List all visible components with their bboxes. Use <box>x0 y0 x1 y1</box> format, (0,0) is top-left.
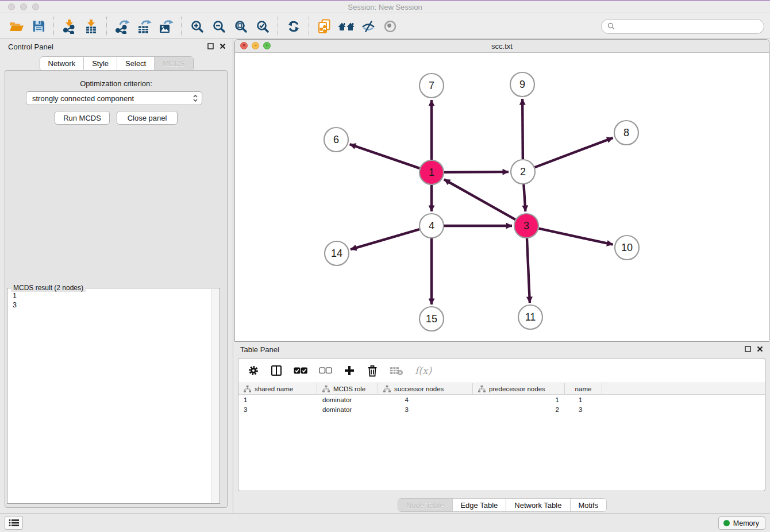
task-history-button[interactable] <box>5 516 23 530</box>
close-panel-button[interactable]: Close panel <box>117 111 178 125</box>
network-graph[interactable]: 7968124314101511 <box>236 53 769 342</box>
tab-network[interactable]: Network <box>40 57 83 71</box>
graph-node-11[interactable]: 11 <box>518 305 542 329</box>
search-input[interactable] <box>618 21 758 31</box>
graph-edge-3-11[interactable] <box>527 238 530 303</box>
graph-node-2[interactable]: 2 <box>511 160 535 184</box>
table-settings-icon[interactable] <box>248 365 259 376</box>
export-network-button[interactable] <box>111 17 133 36</box>
column-header-successor[interactable]: successor nodes <box>378 383 473 394</box>
graph-edge-1-6[interactable] <box>350 144 420 168</box>
zoom-in-icon <box>190 20 204 33</box>
cell-name: 1 <box>565 395 602 404</box>
memory-button[interactable]: Memory <box>718 516 765 530</box>
close-panel-icon[interactable] <box>220 43 226 49</box>
graph-edge-2-3[interactable] <box>523 184 525 211</box>
import-table-button[interactable] <box>80 17 102 36</box>
refresh-button[interactable] <box>283 17 305 36</box>
column-header-role[interactable]: MCDS role <box>317 383 378 394</box>
column-header-label: shared name <box>255 385 293 392</box>
graph-edge-4-14[interactable] <box>351 229 419 249</box>
delete-column-icon[interactable] <box>367 364 378 377</box>
floppy-disk-icon <box>32 20 45 33</box>
column-header-predecessor[interactable]: predecessor nodes <box>473 383 565 394</box>
tab-motifs[interactable]: Motifs <box>569 499 606 511</box>
zoom-fit-button[interactable] <box>230 17 252 36</box>
criterion-dropdown[interactable]: strongly connected component <box>26 91 202 105</box>
graph-node-7[interactable]: 7 <box>419 74 444 98</box>
graph-node-15[interactable]: 15 <box>419 307 444 331</box>
network-maximize-icon[interactable]: + <box>263 42 271 49</box>
network-minimize-icon[interactable]: − <box>252 42 259 49</box>
tab-edge-table[interactable]: Edge Table <box>452 499 506 511</box>
hide-graphics-details-button[interactable] <box>357 17 379 36</box>
tab-network-table[interactable]: Network Table <box>506 499 569 511</box>
column-header-shared[interactable]: shared name <box>238 383 317 394</box>
table-row[interactable]: 3dominator323 <box>238 404 765 414</box>
graph-node-label: 10 <box>621 242 633 253</box>
graph-edge-2-9[interactable] <box>522 99 523 159</box>
run-mcds-button[interactable]: Run MCDS <box>55 111 110 125</box>
network-canvas[interactable]: 7968124314101511 <box>236 53 768 341</box>
minimize-window-icon[interactable] <box>20 3 27 10</box>
zoom-selected-button[interactable] <box>252 17 274 36</box>
graph-edge-3-1[interactable] <box>444 179 515 219</box>
cell-name: 3 <box>565 404 602 414</box>
graph-node-10[interactable]: 10 <box>615 236 639 260</box>
zoom-out-icon <box>212 20 226 33</box>
table-panel: Table Panel <box>234 342 770 514</box>
float-panel-icon[interactable] <box>207 43 214 49</box>
graph-edge-1-2[interactable] <box>444 172 509 172</box>
result-scrollbar[interactable] <box>211 289 219 503</box>
attribute-tree-icon <box>322 385 330 392</box>
graph-node-6[interactable]: 6 <box>324 128 348 152</box>
criterion-value: strongly connected component <box>32 94 192 103</box>
import-network-icon <box>62 19 77 34</box>
tab-mcds[interactable]: MCDS <box>154 57 192 71</box>
graph-node-3[interactable]: 3 <box>514 214 538 238</box>
search-field[interactable] <box>601 19 764 34</box>
tab-node-table[interactable]: Node Table <box>398 499 452 511</box>
open-session-button[interactable] <box>6 17 28 36</box>
function-builder-icon: f(x) <box>415 365 432 376</box>
graph-node-1[interactable]: 1 <box>419 160 444 184</box>
graph-node-4[interactable]: 4 <box>419 214 444 238</box>
graph-node-14[interactable]: 14 <box>325 241 349 265</box>
table-header-row: shared nameMCDS rolesuccessor nodesprede… <box>238 383 765 395</box>
tab-style[interactable]: Style <box>83 57 117 71</box>
export-table-button[interactable] <box>133 17 155 36</box>
maximize-window-icon[interactable] <box>32 3 39 10</box>
close-window-icon[interactable] <box>8 3 15 10</box>
save-session-button[interactable] <box>28 17 49 36</box>
tab-select[interactable]: Select <box>117 57 154 71</box>
zoom-in-button[interactable] <box>186 17 208 36</box>
zoom-out-button[interactable] <box>208 17 230 36</box>
network-close-icon[interactable]: ✕ <box>240 42 248 49</box>
column-header-name[interactable]: name <box>565 383 602 394</box>
float-panel-icon[interactable] <box>745 346 751 352</box>
deselect-all-icon[interactable] <box>319 367 332 374</box>
attribute-tree-icon <box>478 385 486 392</box>
column-header-label: MCDS role <box>333 385 365 392</box>
table-row[interactable]: 1dominator411 <box>238 395 765 404</box>
mcds-tab-content: Optimization criterion: strongly connect… <box>5 70 228 508</box>
add-column-icon[interactable] <box>344 365 355 376</box>
export-image-icon <box>159 19 174 34</box>
clone-network-button[interactable] <box>314 17 336 36</box>
graph-node-8[interactable]: 8 <box>614 121 638 145</box>
import-network-button[interactable] <box>59 17 80 36</box>
export-image-button[interactable] <box>155 17 177 36</box>
select-all-icon[interactable] <box>294 367 307 375</box>
graph-node-9[interactable]: 9 <box>510 72 534 97</box>
column-header-label: name <box>575 385 592 392</box>
show-graphics-details-button[interactable] <box>379 17 401 36</box>
search-icon <box>607 22 615 30</box>
window-controls <box>8 3 39 10</box>
titlebar: Session: New Session <box>0 1 770 13</box>
network-overview-button[interactable] <box>336 17 357 36</box>
split-table-icon[interactable] <box>271 365 282 376</box>
graph-edge-2-8[interactable] <box>535 138 613 167</box>
close-panel-icon[interactable] <box>757 346 763 352</box>
window-title: Session: New Session <box>348 3 422 11</box>
graph-edge-3-10[interactable] <box>538 229 613 245</box>
